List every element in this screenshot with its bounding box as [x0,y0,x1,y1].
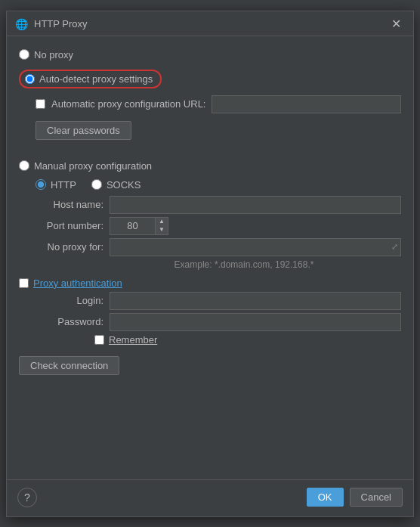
clear-passwords-button[interactable]: Clear passwords [36,121,131,140]
no-proxy-label[interactable]: No proxy [34,49,73,60]
remember-row: Remember [94,334,401,346]
no-proxy-radio[interactable] [19,49,29,60]
password-row: Password: [36,313,401,331]
proxy-auth-label[interactable]: Proxy authentication [33,277,122,289]
manual-proxy-label[interactable]: Manual proxy configuration [34,160,152,172]
proxy-auth-checkbox[interactable] [19,278,29,288]
help-button[interactable]: ? [17,488,37,507]
footer-actions: OK Cancel [307,488,403,507]
manual-proxy-radio[interactable] [19,160,29,171]
http-proxy-dialog: 🌐 HTTP Proxy ✕ No proxy Auto-detect prox… [6,11,414,517]
remember-label[interactable]: Remember [109,334,157,346]
close-button[interactable]: ✕ [388,18,404,30]
password-input[interactable] [110,313,401,331]
protocol-row: HTTP SOCKS [36,177,401,193]
no-proxy-row: No proxy [19,47,401,63]
login-input[interactable] [110,292,401,310]
auto-config-url-input[interactable] [212,95,401,113]
titlebar-left: 🌐 HTTP Proxy [14,17,88,31]
port-label: Port number: [36,220,103,231]
dialog-content: No proxy Auto-detect proxy settings Auto… [7,36,413,479]
auto-config-url-checkbox[interactable] [36,99,45,109]
manual-proxy-row: Manual proxy configuration [19,158,401,174]
auto-config-url-row: Automatic proxy configuration URL: [36,95,401,113]
dialog-icon: 🌐 [14,17,28,31]
clear-passwords-row: Clear passwords [36,121,401,140]
auth-header: Proxy authentication [19,277,401,289]
host-row: Host name: [36,196,401,214]
auto-config-url-label[interactable]: Automatic proxy configuration URL: [51,98,205,110]
expand-icon[interactable]: ⤢ [391,242,398,252]
login-row: Login: [36,292,401,310]
no-proxy-for-input[interactable] [110,238,401,256]
socks-radio[interactable] [91,179,102,190]
http-radio[interactable] [36,179,46,190]
ok-button[interactable]: OK [307,488,344,507]
host-label: Host name: [36,199,103,210]
no-proxy-for-wrapper: ⤢ [110,238,401,256]
titlebar: 🌐 HTTP Proxy ✕ [7,11,413,36]
no-proxy-for-label: No proxy for: [36,241,103,253]
port-wrapper: 80 ▲ ▼ [110,217,168,235]
check-connection-button[interactable]: Check connection [19,356,119,375]
cancel-button[interactable]: Cancel [350,488,403,507]
http-proto-row: HTTP [36,177,76,193]
port-spinner: ▲ ▼ [155,217,168,235]
port-row: Port number: 80 ▲ ▼ [36,217,401,235]
footer: ? OK Cancel [7,479,413,516]
auto-detect-label[interactable]: Auto-detect proxy settings [39,73,153,85]
example-text: Example: *.domain.com, 192.168.* [87,259,401,270]
auto-detect-row: Auto-detect proxy settings [19,67,401,91]
auto-detect-highlight: Auto-detect proxy settings [19,70,162,88]
password-label: Password: [36,316,103,327]
socks-proto-row: SOCKS [91,177,141,193]
socks-label[interactable]: SOCKS [107,179,141,191]
check-connection-row: Check connection [19,356,401,375]
http-label[interactable]: HTTP [51,179,76,191]
manual-proxy-section: Manual proxy configuration HTTP SOCKS Ho… [19,158,401,270]
port-decrement-button[interactable]: ▼ [156,226,168,234]
remember-checkbox[interactable] [94,335,104,345]
auth-section: Proxy authentication Login: Password: Re… [19,277,401,346]
dialog-title: HTTP Proxy [34,18,88,29]
port-input[interactable]: 80 [110,217,155,235]
auto-detect-radio[interactable] [25,74,35,84]
port-increment-button[interactable]: ▲ [156,218,168,226]
login-label: Login: [36,295,103,306]
no-proxy-for-row: No proxy for: ⤢ [36,238,401,256]
host-input[interactable] [110,196,401,214]
